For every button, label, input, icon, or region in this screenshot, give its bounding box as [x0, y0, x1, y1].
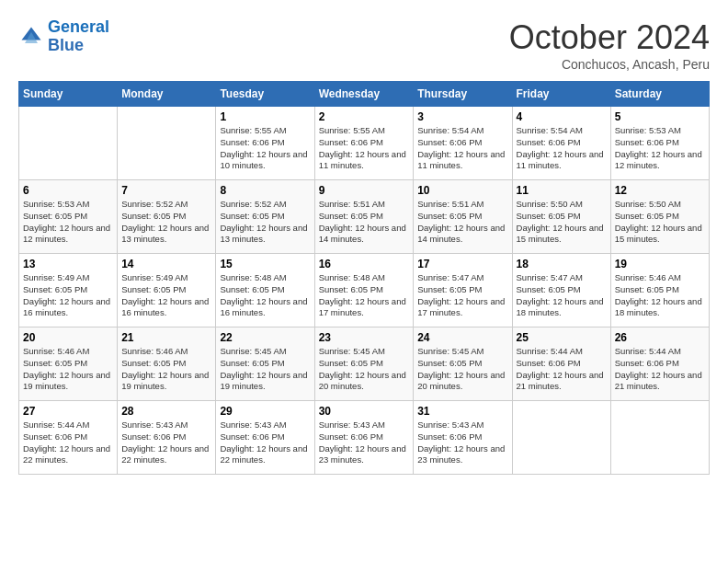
day-info: Sunrise: 5:53 AM Sunset: 6:06 PM Dayligh… — [615, 125, 705, 172]
calendar-cell: 22Sunrise: 5:45 AM Sunset: 6:05 PM Dayli… — [216, 327, 314, 401]
day-number: 12 — [615, 184, 705, 197]
day-number: 2 — [319, 110, 410, 123]
calendar-cell: 21Sunrise: 5:46 AM Sunset: 6:05 PM Dayli… — [118, 327, 216, 401]
day-info: Sunrise: 5:49 AM Sunset: 6:05 PM Dayligh… — [23, 272, 113, 319]
day-info: Sunrise: 5:43 AM Sunset: 6:06 PM Dayligh… — [220, 419, 310, 466]
calendar-cell: 7Sunrise: 5:52 AM Sunset: 6:05 PM Daylig… — [118, 180, 216, 254]
calendar-cell: 25Sunrise: 5:44 AM Sunset: 6:06 PM Dayli… — [512, 327, 610, 401]
calendar-cell: 18Sunrise: 5:47 AM Sunset: 6:05 PM Dayli… — [512, 254, 610, 327]
day-number: 10 — [417, 184, 507, 197]
calendar-cell: 19Sunrise: 5:46 AM Sunset: 6:05 PM Dayli… — [610, 254, 709, 327]
day-number: 30 — [319, 405, 410, 418]
calendar-cell: 30Sunrise: 5:43 AM Sunset: 6:06 PM Dayli… — [314, 401, 414, 475]
calendar-cell: 13Sunrise: 5:49 AM Sunset: 6:05 PM Dayli… — [19, 254, 118, 327]
day-info: Sunrise: 5:47 AM Sunset: 6:05 PM Dayligh… — [517, 272, 607, 319]
calendar-week-5: 27Sunrise: 5:44 AM Sunset: 6:06 PM Dayli… — [19, 401, 710, 475]
calendar-cell: 17Sunrise: 5:47 AM Sunset: 6:05 PM Dayli… — [414, 254, 512, 327]
day-info: Sunrise: 5:43 AM Sunset: 6:06 PM Dayligh… — [121, 419, 211, 466]
calendar-cell: 16Sunrise: 5:48 AM Sunset: 6:05 PM Dayli… — [314, 254, 414, 327]
header-friday: Friday — [512, 82, 610, 107]
header-tuesday: Tuesday — [216, 82, 314, 107]
calendar-cell: 20Sunrise: 5:46 AM Sunset: 6:05 PM Dayli… — [19, 327, 118, 401]
day-number: 27 — [23, 405, 113, 418]
day-number: 5 — [615, 110, 705, 123]
calendar-cell: 3Sunrise: 5:54 AM Sunset: 6:06 PM Daylig… — [414, 107, 512, 180]
header-monday: Monday — [118, 82, 216, 107]
page-header: General Blue October 2024 Conchucos, Anc… — [18, 18, 710, 72]
day-info: Sunrise: 5:51 AM Sunset: 6:05 PM Dayligh… — [319, 199, 410, 246]
location: Conchucos, Ancash, Peru — [509, 57, 710, 72]
day-info: Sunrise: 5:48 AM Sunset: 6:05 PM Dayligh… — [220, 272, 310, 319]
day-number: 24 — [417, 331, 507, 344]
day-number: 15 — [220, 258, 310, 270]
day-number: 28 — [121, 405, 211, 418]
day-number: 20 — [23, 331, 113, 344]
day-info: Sunrise: 5:50 AM Sunset: 6:05 PM Dayligh… — [615, 199, 705, 246]
day-number: 4 — [517, 110, 607, 123]
calendar-cell: 12Sunrise: 5:50 AM Sunset: 6:05 PM Dayli… — [610, 180, 709, 254]
day-info: Sunrise: 5:46 AM Sunset: 6:05 PM Dayligh… — [615, 272, 705, 319]
day-info: Sunrise: 5:53 AM Sunset: 6:05 PM Dayligh… — [23, 199, 113, 246]
calendar-table: Sunday Monday Tuesday Wednesday Thursday… — [18, 81, 710, 475]
calendar-cell: 24Sunrise: 5:45 AM Sunset: 6:05 PM Dayli… — [414, 327, 512, 401]
header-saturday: Saturday — [610, 82, 709, 107]
day-number: 1 — [220, 110, 310, 123]
day-number: 16 — [319, 258, 410, 270]
calendar-cell: 11Sunrise: 5:50 AM Sunset: 6:05 PM Dayli… — [512, 180, 610, 254]
day-info: Sunrise: 5:54 AM Sunset: 6:06 PM Dayligh… — [417, 125, 507, 172]
calendar-week-1: 1Sunrise: 5:55 AM Sunset: 6:06 PM Daylig… — [19, 107, 710, 180]
day-info: Sunrise: 5:45 AM Sunset: 6:05 PM Dayligh… — [417, 346, 507, 393]
calendar-cell: 29Sunrise: 5:43 AM Sunset: 6:06 PM Dayli… — [216, 401, 314, 475]
calendar-cell: 28Sunrise: 5:43 AM Sunset: 6:06 PM Dayli… — [118, 401, 216, 475]
day-number: 29 — [220, 405, 310, 418]
calendar-cell: 1Sunrise: 5:55 AM Sunset: 6:06 PM Daylig… — [216, 107, 314, 180]
day-number: 17 — [417, 258, 507, 270]
header-thursday: Thursday — [414, 82, 512, 107]
header-wednesday: Wednesday — [314, 82, 414, 107]
calendar-cell: 27Sunrise: 5:44 AM Sunset: 6:06 PM Dayli… — [19, 401, 118, 475]
day-info: Sunrise: 5:51 AM Sunset: 6:05 PM Dayligh… — [417, 199, 507, 246]
calendar-header: Sunday Monday Tuesday Wednesday Thursday… — [19, 82, 710, 107]
day-info: Sunrise: 5:46 AM Sunset: 6:05 PM Dayligh… — [23, 346, 113, 393]
day-number: 23 — [319, 331, 410, 344]
calendar-cell: 8Sunrise: 5:52 AM Sunset: 6:05 PM Daylig… — [216, 180, 314, 254]
day-info: Sunrise: 5:55 AM Sunset: 6:06 PM Dayligh… — [220, 125, 310, 172]
day-info: Sunrise: 5:54 AM Sunset: 6:06 PM Dayligh… — [517, 125, 607, 172]
day-info: Sunrise: 5:47 AM Sunset: 6:05 PM Dayligh… — [417, 272, 507, 319]
day-info: Sunrise: 5:55 AM Sunset: 6:06 PM Dayligh… — [319, 125, 410, 172]
calendar-cell: 9Sunrise: 5:51 AM Sunset: 6:05 PM Daylig… — [314, 180, 414, 254]
day-number: 7 — [121, 184, 211, 197]
logo-icon — [18, 24, 44, 50]
day-number: 3 — [417, 110, 507, 123]
day-number: 18 — [517, 258, 607, 270]
day-info: Sunrise: 5:44 AM Sunset: 6:06 PM Dayligh… — [615, 346, 705, 393]
day-number: 26 — [615, 331, 705, 344]
day-info: Sunrise: 5:44 AM Sunset: 6:06 PM Dayligh… — [517, 346, 607, 393]
logo-text: General Blue — [48, 18, 109, 55]
header-row: Sunday Monday Tuesday Wednesday Thursday… — [19, 82, 710, 107]
day-info: Sunrise: 5:44 AM Sunset: 6:06 PM Dayligh… — [23, 419, 113, 466]
calendar-week-2: 6Sunrise: 5:53 AM Sunset: 6:05 PM Daylig… — [19, 180, 710, 254]
day-number: 9 — [319, 184, 410, 197]
day-number: 22 — [220, 331, 310, 344]
calendar-cell: 31Sunrise: 5:43 AM Sunset: 6:06 PM Dayli… — [414, 401, 512, 475]
calendar-cell: 4Sunrise: 5:54 AM Sunset: 6:06 PM Daylig… — [512, 107, 610, 180]
calendar-cell: 5Sunrise: 5:53 AM Sunset: 6:06 PM Daylig… — [610, 107, 709, 180]
calendar-week-3: 13Sunrise: 5:49 AM Sunset: 6:05 PM Dayli… — [19, 254, 710, 327]
day-info: Sunrise: 5:48 AM Sunset: 6:05 PM Dayligh… — [319, 272, 410, 319]
day-number: 13 — [23, 258, 113, 270]
day-number: 11 — [517, 184, 607, 197]
day-number: 14 — [121, 258, 211, 270]
calendar-cell: 15Sunrise: 5:48 AM Sunset: 6:05 PM Dayli… — [216, 254, 314, 327]
day-number: 8 — [220, 184, 310, 197]
calendar-cell — [118, 107, 216, 180]
day-info: Sunrise: 5:52 AM Sunset: 6:05 PM Dayligh… — [121, 199, 211, 246]
day-number: 19 — [615, 258, 705, 270]
day-number: 31 — [417, 405, 507, 418]
calendar-cell — [610, 401, 709, 475]
calendar-cell: 26Sunrise: 5:44 AM Sunset: 6:06 PM Dayli… — [610, 327, 709, 401]
day-info: Sunrise: 5:46 AM Sunset: 6:05 PM Dayligh… — [121, 346, 211, 393]
day-number: 6 — [23, 184, 113, 197]
calendar-cell — [512, 401, 610, 475]
month-title: October 2024 — [509, 18, 710, 57]
